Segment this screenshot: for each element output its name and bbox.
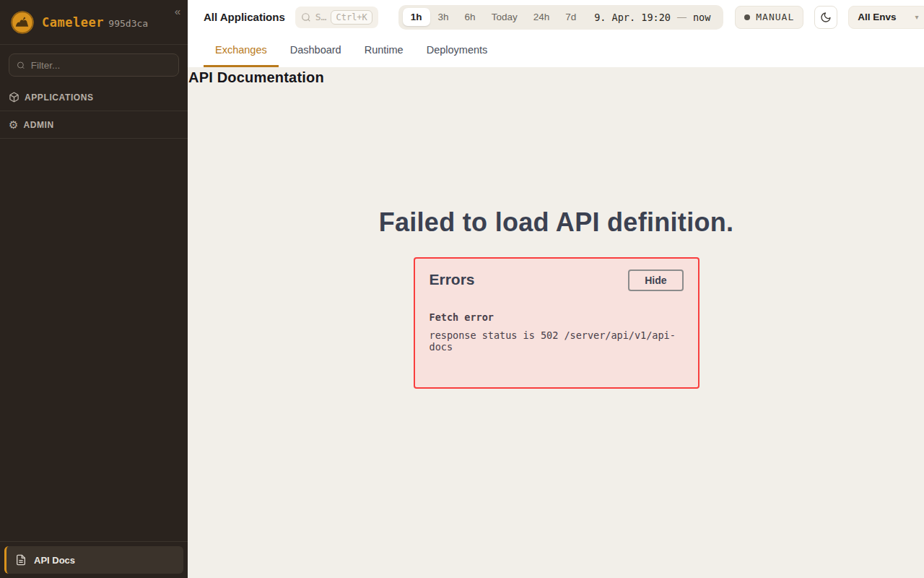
section-label-admin: ADMIN	[23, 120, 53, 130]
swagger-area: Failed to load API definition. Errors Hi…	[188, 207, 924, 389]
search-icon	[17, 61, 25, 70]
brand-title: Cameleer 995d3ca	[42, 15, 148, 30]
sidebar-bottom: API Docs	[0, 541, 188, 578]
package-icon	[9, 92, 19, 103]
tab-runtime[interactable]: Runtime	[353, 34, 415, 67]
search-icon	[301, 12, 311, 22]
env-select[interactable]: All Envs ▾	[848, 6, 924, 29]
load-error-heading: Failed to load API definition.	[188, 207, 924, 238]
section-label-applications: APPLICATIONS	[25, 92, 94, 103]
errors-panel-title: Errors	[430, 269, 475, 288]
time-separator: —	[677, 12, 687, 22]
global-search[interactable]: S… Ctrl+K	[295, 7, 378, 28]
time-range-7d[interactable]: 7d	[557, 8, 584, 26]
tab-dashboard[interactable]: Dashboard	[279, 34, 353, 67]
time-range-3h[interactable]: 3h	[430, 8, 457, 26]
search-shortcut-badge: Ctrl+K	[331, 10, 372, 25]
topbar-right: MANUAL All Envs ▾ admin	[735, 6, 924, 29]
time-range-24h[interactable]: 24h	[526, 8, 558, 26]
errors-panel: Errors Hide Fetch error response status …	[414, 257, 699, 389]
moon-icon	[820, 12, 832, 23]
sidebar-item-api-docs[interactable]: API Docs	[4, 546, 183, 574]
page-title: API Documentation	[188, 69, 924, 86]
sidebar-section-admin[interactable]: ⚙ ADMIN	[0, 111, 188, 139]
time-to: now	[693, 12, 710, 23]
error-entry: Fetch error response status is 502 /serv…	[430, 311, 684, 353]
refresh-mode-label: MANUAL	[756, 12, 794, 22]
env-selected-value: All Envs	[858, 12, 896, 22]
sidebar-item-label: API Docs	[34, 555, 75, 566]
sidebar-filter[interactable]	[9, 53, 179, 77]
search-placeholder: S…	[315, 12, 327, 22]
time-range-1h[interactable]: 1h	[403, 8, 430, 26]
time-range-bar: 1h 3h 6h Today 24h 7d 9. Apr. 19:20 — no…	[398, 5, 723, 30]
error-message: response status is 502 /server/api/v1/ap…	[430, 329, 684, 353]
tabbar: Exchanges Dashboard Runtime Deployments	[188, 34, 924, 67]
context-label: All Applications	[204, 11, 285, 23]
chevron-down-icon: ▾	[915, 13, 919, 21]
topbar: All Applications S… Ctrl+K 1h 3h 6h Toda…	[188, 0, 924, 34]
time-range-dates[interactable]: 9. Apr. 19:20 — now	[584, 12, 719, 23]
status-dot-icon	[744, 14, 750, 20]
content-area: API Documentation Failed to load API def…	[188, 67, 924, 578]
collapse-sidebar-icon[interactable]: «	[175, 6, 180, 17]
tab-deployments[interactable]: Deployments	[415, 34, 500, 67]
refresh-mode-button[interactable]: MANUAL	[735, 6, 803, 29]
brand-name: Cameleer	[42, 15, 104, 30]
error-title: Fetch error	[430, 311, 684, 323]
dark-mode-toggle[interactable]	[814, 6, 837, 29]
cameleer-logo-icon	[10, 10, 35, 35]
time-range-6h[interactable]: 6h	[457, 8, 484, 26]
main-area: All Applications S… Ctrl+K 1h 3h 6h Toda…	[188, 0, 924, 578]
errors-panel-header: Errors Hide	[430, 269, 684, 291]
sidebar-header: Cameleer 995d3ca «	[0, 0, 188, 45]
tab-exchanges[interactable]: Exchanges	[204, 34, 279, 67]
filter-input[interactable]	[31, 60, 171, 71]
hide-errors-button[interactable]: Hide	[628, 269, 683, 291]
gear-icon: ⚙	[9, 119, 18, 130]
time-range-today[interactable]: Today	[484, 8, 526, 26]
sidebar: Cameleer 995d3ca « APPLICATIONS ⚙ ADMIN	[0, 0, 188, 578]
document-icon	[15, 554, 27, 566]
sidebar-section-applications[interactable]: APPLICATIONS	[0, 84, 188, 111]
time-from: 9. Apr. 19:20	[594, 12, 671, 23]
brand-suffix: 995d3ca	[108, 18, 148, 29]
sidebar-spacer	[0, 139, 188, 541]
